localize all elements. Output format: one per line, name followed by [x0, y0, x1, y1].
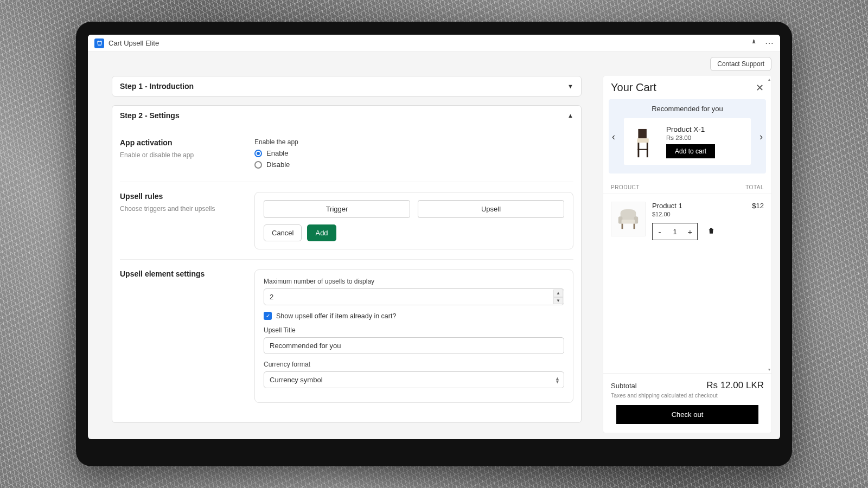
- chevron-down-icon: ▼: [567, 83, 573, 89]
- recommended-heading: Recommended for you: [613, 105, 762, 113]
- cart-footer: Subtotal Rs 12.00 LKR Taxes and shipping…: [603, 373, 771, 433]
- cancel-button[interactable]: Cancel: [264, 224, 302, 241]
- currency-format-select[interactable]: [264, 371, 564, 388]
- app-title: Cart Upsell Elite: [108, 39, 750, 47]
- carousel-next-icon[interactable]: ›: [757, 129, 765, 144]
- step2-label: Step 2 - Settings: [120, 111, 180, 120]
- cart-title: Your Cart: [611, 81, 656, 94]
- upsell-selector[interactable]: Upsell: [418, 200, 564, 218]
- add-to-cart-button[interactable]: Add to cart: [666, 144, 715, 158]
- svg-rect-9: [634, 224, 635, 229]
- trash-icon[interactable]: [707, 227, 715, 236]
- svg-rect-4: [637, 149, 648, 150]
- pin-icon[interactable]: [750, 38, 757, 48]
- cart-item-name: Product 1: [652, 202, 745, 210]
- recommended-product-card: Product X-1 Rs 23.00 Add to cart: [624, 118, 751, 165]
- titlebar: Cart Upsell Elite ⋯: [88, 35, 780, 52]
- svg-rect-2: [637, 143, 639, 157]
- scroll-down-icon[interactable]: ▾: [768, 367, 771, 372]
- svg-rect-3: [647, 143, 648, 157]
- qty-value: 1: [667, 228, 683, 236]
- laptop-frame: Cart Upsell Elite ⋯ Contact Support Step…: [76, 22, 792, 466]
- svg-rect-0: [638, 129, 646, 138]
- trigger-selector[interactable]: Trigger: [264, 200, 410, 218]
- enable-app-label: Enable the app: [254, 138, 573, 146]
- subtotal-label: Subtotal: [611, 382, 637, 390]
- carousel-prev-icon[interactable]: ‹: [610, 129, 617, 144]
- max-upsells-input[interactable]: [264, 288, 564, 305]
- select-caret-icon: ▲▼: [555, 377, 560, 383]
- quantity-stepper: - 1 +: [652, 223, 698, 240]
- step1-label: Step 1 - Introduction: [120, 82, 194, 91]
- cart-item-image: [611, 202, 646, 236]
- col-total-label: TOTAL: [745, 184, 764, 190]
- rules-panel: Trigger Upsell Cancel Add: [254, 192, 573, 249]
- spin-down-icon[interactable]: ▼: [553, 297, 563, 305]
- radio-disable[interactable]: Disable: [254, 160, 573, 169]
- cart-item-row: Product 1 $12.00 - 1 +: [603, 194, 771, 248]
- qty-minus-button[interactable]: -: [653, 223, 667, 240]
- currency-format-label: Currency format: [264, 361, 564, 368]
- qty-plus-button[interactable]: +: [683, 223, 697, 240]
- upsell-title-label: Upsell Title: [264, 326, 564, 334]
- subtotal-value: Rs 12.00 LKR: [706, 380, 764, 391]
- activation-subtitle: Enable or disable the app: [120, 151, 239, 159]
- settings-column: Step 1 - Introduction ▼ Step 2 - Setting…: [112, 76, 582, 433]
- max-upsells-label: Maximum number of upsells to display: [264, 278, 564, 285]
- step2-header[interactable]: Step 2 - Settings ▲: [112, 106, 581, 125]
- activation-title: App activation: [120, 138, 239, 147]
- cart-item-price: $12.00: [652, 211, 745, 217]
- app-logo-icon: [94, 38, 104, 48]
- radio-icon: [254, 150, 262, 157]
- more-icon[interactable]: ⋯: [765, 38, 774, 48]
- radio-disable-label: Disable: [266, 160, 290, 169]
- show-if-in-cart-label: Show upsell offer if item already in car…: [276, 312, 396, 320]
- svg-rect-1: [637, 138, 648, 143]
- radio-enable[interactable]: Enable: [254, 149, 573, 157]
- scroll-up-icon[interactable]: ▴: [768, 77, 771, 82]
- rules-title: Upsell rules: [120, 192, 239, 201]
- product-image: [629, 124, 660, 159]
- recommendation-panel: Recommended for you ‹ ›: [609, 99, 766, 174]
- radio-enable-label: Enable: [266, 149, 288, 157]
- add-button[interactable]: Add: [307, 224, 336, 241]
- rec-product-price: Rs 23.00: [666, 134, 745, 141]
- chevron-up-icon: ▲: [567, 112, 573, 119]
- spin-up-icon[interactable]: ▲: [553, 290, 563, 297]
- radio-icon: [254, 161, 262, 169]
- sub-toolbar: Contact Support: [88, 52, 780, 76]
- cart-preview: ▴ Your Cart ✕ Recommended for you ‹ ›: [603, 76, 771, 433]
- element-settings-panel: Maximum number of upsells to display ▲ ▼: [254, 269, 573, 403]
- cart-item-total: $12: [752, 202, 764, 240]
- rec-product-name: Product X-1: [666, 125, 745, 133]
- step2-accordion: Step 2 - Settings ▲ App activation Enabl…: [112, 105, 582, 423]
- checkbox-checked-icon: ✓: [264, 312, 272, 320]
- step1-accordion[interactable]: Step 1 - Introduction ▼: [112, 76, 582, 97]
- element-settings-title: Upsell element settings: [120, 269, 239, 278]
- svg-rect-7: [622, 220, 635, 224]
- app-screen: Cart Upsell Elite ⋯ Contact Support Step…: [88, 35, 780, 439]
- svg-rect-8: [622, 224, 623, 229]
- upsell-title-input[interactable]: [264, 337, 564, 354]
- col-product-label: PRODUCT: [611, 184, 640, 190]
- checkout-button[interactable]: Check out: [616, 405, 758, 424]
- contact-support-button[interactable]: Contact Support: [710, 57, 771, 71]
- tax-note: Taxes and shipping calculated at checkou…: [611, 392, 764, 399]
- close-icon[interactable]: ✕: [756, 82, 764, 94]
- rules-subtitle: Choose triggers and their upsells: [120, 205, 239, 213]
- show-if-in-cart-checkbox[interactable]: ✓ Show upsell offer if item already in c…: [264, 312, 564, 320]
